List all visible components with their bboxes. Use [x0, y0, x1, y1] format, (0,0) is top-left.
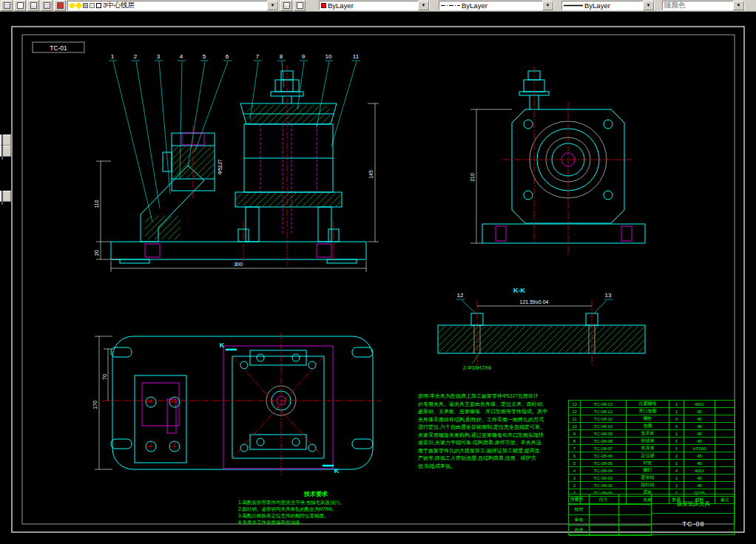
- chevron-down-icon[interactable]: ▼: [643, 1, 654, 10]
- layer-on-icon: [70, 3, 75, 8]
- docked-toolbar-button[interactable]: [0, 135, 11, 146]
- layer-states-icon: [44, 2, 50, 9]
- bom-row: 7TC-08-07夹具体1HT200: [569, 445, 735, 452]
- bom-cell: 6: [569, 452, 581, 460]
- bom-cell: 10: [569, 423, 581, 430]
- bom-cell: HT200: [684, 445, 715, 452]
- callout-balloons: 1234567891011: [109, 53, 360, 222]
- bom-cell: [715, 467, 735, 475]
- chevron-down-icon[interactable]: ▼: [267, 1, 278, 10]
- color-dropdown-value: ByLayer: [328, 1, 416, 10]
- bom-cell: [715, 401, 735, 408]
- dim-plan-height: 170: [92, 401, 98, 409]
- bom-cell: [715, 475, 735, 482]
- bom-cell: 11: [569, 415, 581, 423]
- dim-front-right: 145: [368, 170, 374, 179]
- bom-cell: TC-08-07: [581, 445, 627, 452]
- color-control-button[interactable]: [54, 0, 66, 11]
- linetype-dropdown[interactable]: ByLayer ▼: [439, 1, 554, 10]
- layer-states-button[interactable]: [41, 0, 53, 11]
- bom-cell: 1: [669, 482, 684, 489]
- bom-row: 10TC-08-10垫圈445: [569, 423, 735, 430]
- dim-side-height: 210: [470, 173, 475, 182]
- docked-tool-icon: [1, 191, 3, 205]
- lineweight-preview-icon: [564, 3, 583, 8]
- bom-cell: 45: [684, 423, 715, 430]
- object-properties-toolbar: 3中心线层 ▼ ByLayer ▼ ByLayer ▼ ByLayer ▼ 随颜…: [0, 0, 756, 12]
- dim-clamp-bore: Φ52J7: [217, 160, 223, 175]
- bom-cell: 1: [669, 438, 684, 445]
- chevron-down-icon[interactable]: ▼: [542, 1, 553, 10]
- bom-cell: 定位键: [627, 452, 669, 460]
- match-properties-button[interactable]: [14, 0, 26, 11]
- title-block-label: 批准: [569, 526, 590, 536]
- linetype-preview-icon: [441, 3, 460, 8]
- title-block-label: 设计: [569, 494, 590, 505]
- properties-button[interactable]: [1, 0, 13, 11]
- bom-cell: [715, 430, 735, 438]
- note-line: 产效率,降低工人劳动强度,且结构简单,使用、维护方: [418, 455, 563, 463]
- layers-manager-button[interactable]: [27, 0, 39, 11]
- make-layer-current-icon: [283, 2, 290, 9]
- bom-cell: 压紧螺母: [627, 401, 669, 408]
- docked-toolbar-button[interactable]: [0, 146, 11, 157]
- bom-cell: TC-08-02: [581, 482, 627, 489]
- bom-cell: 45: [684, 430, 715, 438]
- match-properties-icon: [17, 2, 24, 9]
- drawing-number: TC-08: [652, 514, 735, 534]
- bom-cell: TC-08-05: [581, 460, 627, 467]
- bom-table: 13TC-08-13压紧螺母140Cr12TC-08-12开口垫圈14511TC…: [568, 400, 735, 504]
- dim-pin-note: 2-Φ10H7/h6: [463, 365, 491, 370]
- bom-cell: 1: [669, 401, 684, 408]
- dim-front-width: 300: [234, 262, 243, 267]
- color-dropdown[interactable]: ByLayer ▼: [319, 1, 430, 10]
- lineweight-dropdown[interactable]: ByLayer ▼: [561, 1, 655, 10]
- note-line: 速装卸,夹紧力平稳可靠,结构简单,操作方便。本夹具适: [418, 439, 563, 447]
- bom-cell: 2: [569, 482, 581, 489]
- layer-previous-icon: [297, 2, 303, 9]
- hatch-pattern: [223, 193, 349, 206]
- principle-notes: 原理:本夹具为在铣床上加工拨架零件Φ52J7孔而设计的专用夹具。该夹具主要由夹具…: [418, 392, 563, 470]
- cad-application-window: 3中心线层 ▼ ByLayer ▼ ByLayer ▼ ByLayer ▼ 随颜…: [0, 0, 756, 544]
- bom-cell: 螺钉: [627, 467, 669, 475]
- bom-cell: 40Cr: [684, 467, 715, 475]
- note-line: 夹具体采用铸件结构,刚性好。工件采用一面两孔的方式: [418, 416, 563, 424]
- note-line: 夹紧采用螺旋夹紧机构,通过压紧螺母和开口垫圈实现快: [418, 432, 563, 440]
- bom-cell: 40Cr: [684, 401, 715, 408]
- bom-cell: 5: [569, 460, 581, 467]
- note-line: 进行定位,六个自由度全部被限制,定位完全且稳定可靠。: [418, 424, 563, 432]
- note-line: 用于拨架零件孔的大批量加工,能保证加工精度,提高生: [418, 447, 563, 455]
- callout-number: 4: [180, 53, 183, 60]
- bom-cell: 45: [684, 475, 715, 482]
- bom-cell: [715, 423, 735, 430]
- section-mark-bottom: K: [334, 467, 340, 475]
- bom-cell: 45: [684, 452, 715, 460]
- title-block: 设计 校对 审核 批准 拨架铣床夹具 TC-08: [568, 494, 735, 535]
- bom-row: 3TC-08-03菱形销145: [569, 475, 735, 482]
- bom-cell: 圆柱销: [627, 482, 669, 489]
- dim-plan-half: 70: [102, 374, 107, 380]
- layer-color-chip: [96, 3, 101, 8]
- dim-pin-span: 121.59±0.04: [520, 299, 549, 305]
- bom-cell: [715, 445, 735, 452]
- bom-row: 6TC-08-06定位键245: [569, 452, 735, 460]
- note-line: 的专用夹具。该夹具主要由夹具体、定位支承、圆柱销、: [418, 401, 563, 409]
- bom-cell: 45: [684, 415, 715, 423]
- bom-cell: 8: [569, 438, 581, 445]
- bom-row: 9TC-08-09支承板145: [569, 430, 735, 438]
- layer-dropdown[interactable]: 3中心线层 ▼: [67, 1, 279, 10]
- hatch-pattern: [412, 326, 665, 353]
- bom-cell: 开口垫圈: [627, 408, 669, 415]
- plan-view: K K 170 70: [92, 333, 382, 477]
- callout-number: 1: [111, 53, 115, 60]
- bom-cell: TC-08-11: [581, 415, 627, 423]
- docked-toolbar-button[interactable]: [0, 191, 11, 202]
- layer-previous-button[interactable]: [294, 0, 306, 11]
- chevron-down-icon[interactable]: ▼: [418, 1, 429, 10]
- make-object-layer-current-button[interactable]: [280, 0, 292, 11]
- bom-cell: 4: [569, 467, 581, 475]
- bom-cell: 菱形销: [627, 475, 669, 482]
- bom-row: 11TC-08-11螺栓445: [569, 415, 735, 423]
- chevron-down-icon: ▼: [733, 1, 744, 10]
- callout-number: 5: [203, 53, 206, 60]
